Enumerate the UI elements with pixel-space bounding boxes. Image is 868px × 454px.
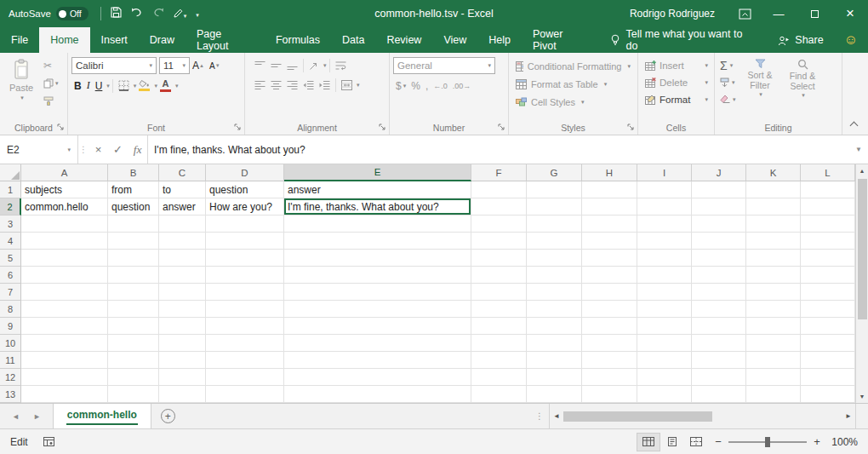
cell-K3[interactable] [746,216,801,233]
tell-me-box[interactable]: Tell me what you want to do [598,27,768,53]
cell-G7[interactable] [527,284,582,301]
cell-E9[interactable] [284,318,471,335]
tab-scroll-splitter[interactable]: ⋮ [530,411,549,421]
cell-K13[interactable] [746,386,801,403]
collapse-ribbon-button[interactable] [847,119,860,129]
cell-K9[interactable] [746,318,801,335]
row-header-10[interactable]: 10 [0,335,21,352]
comma-style-button[interactable]: , [423,78,431,94]
cell-H8[interactable] [582,301,637,318]
font-size-select[interactable]: 11▾ [159,57,190,74]
cell-B12[interactable] [108,369,159,386]
cell-C2[interactable]: answer [159,198,206,216]
orientation-button[interactable] [306,57,322,73]
cell-C8[interactable] [159,301,206,318]
column-header-H[interactable]: H [582,164,637,181]
cell-F7[interactable] [471,284,527,301]
cell-G12[interactable] [527,369,582,386]
cell-K5[interactable] [746,250,801,267]
cell-A13[interactable] [21,386,108,403]
cell-G11[interactable] [527,352,582,369]
accounting-format-button[interactable]: $▾ [393,78,408,94]
formula-bar-expand-button[interactable]: ▼ [849,135,868,164]
column-header-B[interactable]: B [108,164,159,181]
cell-A11[interactable] [21,352,108,369]
format-painter-button[interactable] [41,93,61,109]
cell-C9[interactable] [159,318,206,335]
cell-A10[interactable] [21,335,108,352]
cell-K12[interactable] [746,369,801,386]
scroll-left-button[interactable]: ◄ [550,404,563,428]
vertical-scroll-thumb[interactable] [858,179,867,319]
cell-styles-button[interactable]: Cell Styles▾ [512,93,634,111]
cell-D11[interactable] [206,352,284,369]
row-header-13[interactable]: 13 [0,386,21,403]
row-header-12[interactable]: 12 [0,369,21,386]
increase-indent-button[interactable] [317,77,333,93]
cell-C7[interactable] [159,284,206,301]
cell-B4[interactable] [108,233,159,250]
column-header-E[interactable]: E [284,164,471,181]
tab-help[interactable]: Help [477,27,522,53]
cell-I5[interactable] [637,250,692,267]
cell-J12[interactable] [692,369,746,386]
cell-A4[interactable] [21,233,108,250]
cell-H5[interactable] [582,250,637,267]
cell-H11[interactable] [582,352,637,369]
scroll-up-button[interactable]: ▲ [856,164,868,177]
orientation-dropdown-arrow[interactable]: ▾ [323,62,327,69]
cell-A9[interactable] [21,318,108,335]
cell-G13[interactable] [527,386,582,403]
underline-button[interactable]: U [93,78,106,94]
cell-J3[interactable] [692,216,746,233]
fill-button[interactable]: ▾ [718,74,738,90]
tab-page-layout[interactable]: Page Layout [186,27,265,53]
cell-D12[interactable] [206,369,284,386]
conditional-formatting-button[interactable]: Conditional Formatting▾ [512,57,634,75]
row-header-7[interactable]: 7 [0,284,21,301]
zoom-level[interactable]: 100% [827,436,865,448]
cell-C13[interactable] [159,386,206,403]
column-header-C[interactable]: C [159,164,206,181]
delete-cells-button[interactable]: Delete▾ [642,74,711,91]
cell-L5[interactable] [801,250,855,267]
tab-power-pivot[interactable]: Power Pivot [522,27,598,53]
align-right-button[interactable] [284,77,300,93]
underline-dropdown-arrow[interactable]: ▾ [106,83,110,89]
cell-L9[interactable] [801,318,855,335]
cancel-button[interactable]: × [89,135,108,164]
cell-I9[interactable] [637,318,692,335]
cell-J6[interactable] [692,267,746,284]
row-header-2[interactable]: 2 [0,198,21,216]
cell-F9[interactable] [471,318,527,335]
cell-L4[interactable] [801,233,855,250]
cell-B6[interactable] [108,267,159,284]
cell-J13[interactable] [692,386,746,403]
close-button[interactable]: × [832,0,868,27]
column-header-J[interactable]: J [692,164,746,181]
cell-I7[interactable] [637,284,692,301]
cell-F3[interactable] [471,216,527,233]
cell-D5[interactable] [206,250,284,267]
cell-C1[interactable]: to [159,181,206,198]
cell-C4[interactable] [159,233,206,250]
cell-C11[interactable] [159,352,206,369]
number-dialog-launcher[interactable] [497,123,506,132]
zoom-in-button[interactable]: + [807,435,827,448]
row-header-5[interactable]: 5 [0,250,21,267]
insert-cells-button[interactable]: Insert▾ [642,57,711,74]
cell-J1[interactable] [692,181,746,198]
cell-A6[interactable] [21,267,108,284]
column-header-F[interactable]: F [471,164,527,181]
cell-I6[interactable] [637,267,692,284]
select-all-corner[interactable] [0,164,21,181]
autosave-toggle[interactable]: AutoSave Off [9,7,89,20]
number-format-select[interactable]: General▾ [393,57,495,74]
grow-font-button[interactable]: A▲ [190,58,207,74]
cell-E8[interactable] [284,301,471,318]
cell-F11[interactable] [471,352,527,369]
cell-H13[interactable] [582,386,637,403]
cell-A3[interactable] [21,216,108,233]
cell-A5[interactable] [21,250,108,267]
cell-E2[interactable]: I'm fine, thanks. What about you? [284,198,471,216]
